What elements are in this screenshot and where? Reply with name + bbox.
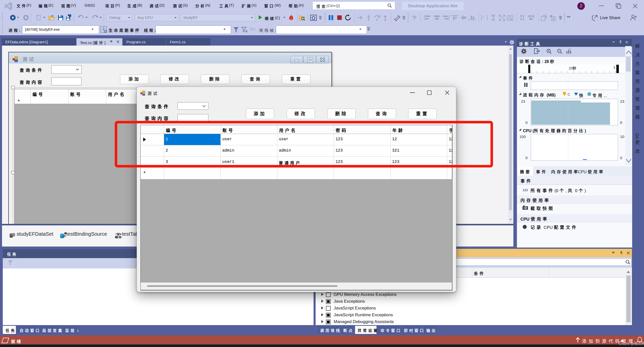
svg-text:*: *	[483, 16, 484, 20]
